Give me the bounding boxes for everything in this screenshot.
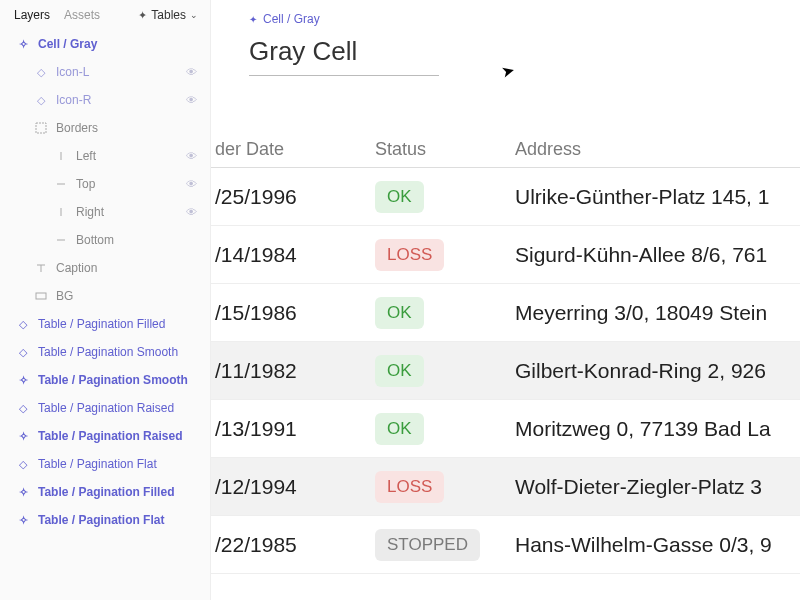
table-row[interactable]: /11/1982OKGilbert-Konrad-Ring 2, 926 <box>210 342 800 400</box>
page-dropdown[interactable]: ✦ Tables ⌄ <box>138 8 198 22</box>
status-badge: LOSS <box>375 239 444 271</box>
layer-item[interactable]: Borders <box>0 114 210 142</box>
layer-label: Table / Pagination Smooth <box>38 345 202 359</box>
chevron-down-icon: ⌄ <box>190 10 198 20</box>
diamond-icon: ◇ <box>16 317 30 331</box>
layer-label: Table / Pagination Raised <box>38 401 202 415</box>
layers-panel: Layers Assets ✦ Tables ⌄ ✧Cell / Gray◇Ic… <box>0 0 210 600</box>
layer-item[interactable]: Right👁 <box>0 198 210 226</box>
svg-rect-0 <box>36 123 46 133</box>
layer-item[interactable]: ✧Table / Pagination Filled <box>0 478 210 506</box>
cell-status: OK <box>375 355 515 387</box>
status-badge: OK <box>375 297 424 329</box>
component-icon: ✦ <box>138 9 147 22</box>
status-badge: OK <box>375 181 424 213</box>
cell-address: Moritzweg 0, 77139 Bad La <box>515 417 800 441</box>
layer-item[interactable]: ◇Table / Pagination Smooth <box>0 338 210 366</box>
layer-item[interactable]: ◇Icon-L👁 <box>0 58 210 86</box>
cell-status: OK <box>375 297 515 329</box>
layer-label: Right <box>76 205 180 219</box>
layers-list: ✧Cell / Gray◇Icon-L👁◇Icon-R👁BordersLeft👁… <box>0 30 210 600</box>
layer-item[interactable]: Bottom <box>0 226 210 254</box>
svg-rect-5 <box>36 293 46 299</box>
canvas[interactable]: ✦ Cell / Gray Gray Cell ➤ der Date Statu… <box>210 0 800 600</box>
cell-date: /22/1985 <box>215 533 375 557</box>
cell-address: Hans-Wilhelm-Gasse 0/3, 9 <box>515 533 800 557</box>
layer-item[interactable]: BG <box>0 282 210 310</box>
text-icon <box>34 261 48 275</box>
layer-item[interactable]: ◇Table / Pagination Raised <box>0 394 210 422</box>
component-icon: ✧ <box>16 513 30 527</box>
layer-item[interactable]: ◇Table / Pagination Flat <box>0 450 210 478</box>
status-badge: STOPPED <box>375 529 480 561</box>
layer-label: Table / Pagination Raised <box>38 429 202 443</box>
sidebar-tabs: Layers Assets ✦ Tables ⌄ <box>0 0 210 30</box>
cell-date: /25/1996 <box>215 185 375 209</box>
layer-label: Left <box>76 149 180 163</box>
visibility-toggle-icon[interactable]: 👁 <box>180 206 202 218</box>
cell-address: Sigurd-Kühn-Allee 8/6, 761 <box>515 243 800 267</box>
breadcrumb[interactable]: ✦ Cell / Gray <box>249 12 320 26</box>
cell-status: OK <box>375 181 515 213</box>
layer-item[interactable]: ◇Icon-R👁 <box>0 86 210 114</box>
cell-status: STOPPED <box>375 529 515 561</box>
component-title-input[interactable]: Gray Cell <box>249 36 439 76</box>
layer-item[interactable]: ✧Table / Pagination Raised <box>0 422 210 450</box>
cell-date: /11/1982 <box>215 359 375 383</box>
layer-item[interactable]: Top👁 <box>0 170 210 198</box>
cell-status: LOSS <box>375 471 515 503</box>
borders-icon <box>34 121 48 135</box>
cell-date: /14/1984 <box>215 243 375 267</box>
component-icon: ✦ <box>249 14 257 25</box>
layer-item[interactable]: Left👁 <box>0 142 210 170</box>
col-header-date[interactable]: der Date <box>215 139 375 160</box>
cursor-icon: ➤ <box>499 61 516 83</box>
cell-date: /15/1986 <box>215 301 375 325</box>
layer-item[interactable]: Caption <box>0 254 210 282</box>
visibility-toggle-icon[interactable]: 👁 <box>180 66 202 78</box>
cell-date: /12/1994 <box>215 475 375 499</box>
status-badge: LOSS <box>375 471 444 503</box>
layer-item[interactable]: ✧Cell / Gray <box>0 30 210 58</box>
diamond-icon: ◇ <box>34 93 48 107</box>
tab-layers[interactable]: Layers <box>14 8 50 22</box>
layer-label: Top <box>76 177 180 191</box>
tab-assets[interactable]: Assets <box>64 8 100 22</box>
status-badge: OK <box>375 413 424 445</box>
breadcrumb-label: Cell / Gray <box>263 12 320 26</box>
cell-status: OK <box>375 413 515 445</box>
layer-item[interactable]: ✧Table / Pagination Smooth <box>0 366 210 394</box>
col-header-status[interactable]: Status <box>375 139 515 160</box>
table-row[interactable]: /25/1996OKUlrike-Günther-Platz 145, 1 <box>210 168 800 226</box>
layer-label: Bottom <box>76 233 202 247</box>
component-icon: ✧ <box>16 485 30 499</box>
diamond-icon: ◇ <box>34 65 48 79</box>
page-dropdown-label: Tables <box>151 8 186 22</box>
layer-item[interactable]: ◇Table / Pagination Filled <box>0 310 210 338</box>
layer-item[interactable]: ✧Table / Pagination Flat <box>0 506 210 534</box>
table-row[interactable]: /15/1986OKMeyerring 3/0, 18049 Stein <box>210 284 800 342</box>
layer-label: Borders <box>56 121 202 135</box>
diamond-icon: ◇ <box>16 345 30 359</box>
table-row[interactable]: /12/1994LOSSWolf-Dieter-Ziegler-Platz 3 <box>210 458 800 516</box>
visibility-toggle-icon[interactable]: 👁 <box>180 178 202 190</box>
table-row[interactable]: /22/1985STOPPEDHans-Wilhelm-Gasse 0/3, 9 <box>210 516 800 574</box>
layer-label: Icon-R <box>56 93 180 107</box>
cell-date: /13/1991 <box>215 417 375 441</box>
left-icon <box>54 149 68 163</box>
col-header-address[interactable]: Address <box>515 139 800 160</box>
right-icon <box>54 205 68 219</box>
visibility-toggle-icon[interactable]: 👁 <box>180 150 202 162</box>
table-row[interactable]: /13/1991OKMoritzweg 0, 77139 Bad La <box>210 400 800 458</box>
layer-label: Table / Pagination Flat <box>38 457 202 471</box>
bottom-icon <box>54 233 68 247</box>
layer-label: BG <box>56 289 202 303</box>
diamond-icon: ◇ <box>16 457 30 471</box>
cell-address: Wolf-Dieter-Ziegler-Platz 3 <box>515 475 800 499</box>
rect-icon <box>34 289 48 303</box>
visibility-toggle-icon[interactable]: 👁 <box>180 94 202 106</box>
component-icon: ✧ <box>16 429 30 443</box>
sample-table: der Date Status Address /25/1996OKUlrike… <box>210 132 800 574</box>
cell-address: Ulrike-Günther-Platz 145, 1 <box>515 185 800 209</box>
table-row[interactable]: /14/1984LOSSSigurd-Kühn-Allee 8/6, 761 <box>210 226 800 284</box>
